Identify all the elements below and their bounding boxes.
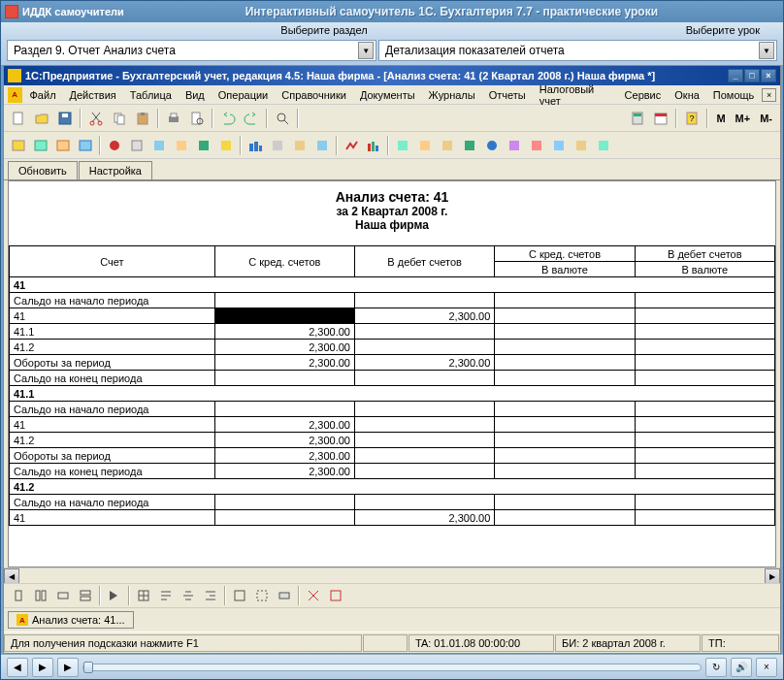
table-row[interactable]: Сальдо на начало периода	[10, 293, 775, 308]
tool-icon-25[interactable]	[571, 135, 592, 156]
table-row[interactable]: 41	[10, 277, 775, 293]
menu-operations[interactable]: Операции	[212, 87, 274, 103]
print-icon[interactable]	[163, 108, 184, 129]
table-row[interactable]: Сальдо на начало периода	[10, 402, 775, 417]
menu-reports[interactable]: Отчеты	[483, 87, 532, 103]
table-row[interactable]: 41.22,300.00	[10, 340, 775, 355]
tool-icon-1[interactable]	[8, 135, 29, 156]
paste-icon[interactable]	[132, 108, 153, 129]
tool-icon-6[interactable]	[126, 135, 147, 156]
menu-documents[interactable]: Документы	[354, 87, 421, 103]
t3-icon-7[interactable]	[178, 585, 199, 606]
menu-file[interactable]: Файл	[24, 87, 62, 103]
tool-icon-10[interactable]	[215, 135, 237, 156]
tool-icon-23[interactable]	[526, 135, 547, 156]
tool-icon-5[interactable]	[104, 135, 125, 156]
t3-icon-6[interactable]	[155, 585, 177, 606]
memory-mminus[interactable]: M-	[756, 113, 776, 124]
tool-icon-12[interactable]	[267, 135, 288, 156]
tool-icon-24[interactable]	[548, 135, 570, 156]
copy-icon[interactable]	[109, 108, 130, 129]
tool-icon-20[interactable]	[459, 135, 480, 156]
menu-references[interactable]: Справочники	[276, 87, 352, 103]
table-row[interactable]: Обороты за период2,300.00	[10, 448, 775, 464]
mdi-close-button[interactable]: ×	[762, 88, 776, 102]
report-table[interactable]: Счет С кред. счетов В дебет счетов С кре…	[9, 245, 775, 526]
tool-icon-14[interactable]	[311, 135, 333, 156]
chevron-down-icon[interactable]: ▼	[358, 42, 374, 59]
table-row[interactable]: Сальдо на начало периода	[10, 495, 775, 510]
help-icon[interactable]: ?	[681, 108, 702, 129]
section-dropdown[interactable]: Раздел 9. Отчет Анализ счета ▼	[7, 40, 376, 61]
t3-icon-4[interactable]	[75, 585, 96, 606]
chevron-down-icon[interactable]: ▼	[759, 42, 774, 59]
memory-mplus[interactable]: M+	[732, 113, 755, 124]
tool-icon-7[interactable]	[148, 135, 170, 156]
menu-journals[interactable]: Журналы	[423, 87, 481, 103]
lesson-dropdown[interactable]: Детализация показателей отчета ▼	[378, 40, 777, 61]
table-row[interactable]: Сальдо на конец периода2,300.00	[10, 464, 775, 479]
player-progress[interactable]	[82, 664, 702, 671]
tab-refresh[interactable]: Обновить	[8, 161, 78, 179]
player-close-button[interactable]: ×	[756, 658, 777, 677]
tool-icon-21[interactable]	[481, 135, 503, 156]
player-next-button[interactable]: ▶	[57, 658, 79, 677]
table-row[interactable]: 412,300.00	[10, 417, 775, 433]
tool-icon-15[interactable]	[341, 135, 362, 156]
progress-thumb[interactable]	[83, 662, 93, 673]
table-row[interactable]: 41.12,300.00	[10, 324, 775, 340]
player-play-button[interactable]: ▶	[32, 658, 53, 677]
table-row[interactable]: 41.2	[10, 479, 775, 495]
t3-arrow-icon[interactable]	[104, 585, 125, 606]
maximize-button[interactable]: □	[744, 69, 760, 82]
scroll-right-icon[interactable]: ▶	[765, 568, 780, 584]
table-row[interactable]: Сальдо на конец периода	[10, 371, 775, 386]
menu-windows[interactable]: Окна	[669, 87, 705, 103]
tool-icon-4[interactable]	[75, 135, 96, 156]
tool-icon-17[interactable]	[392, 135, 413, 156]
find-icon[interactable]	[272, 108, 293, 129]
1c-menu-icon[interactable]: А	[8, 87, 22, 103]
tool-icon-9[interactable]	[193, 135, 214, 156]
t3-icon-9[interactable]	[229, 585, 250, 606]
table-row[interactable]: 41.22,300.00	[10, 433, 775, 448]
t3-icon-1[interactable]	[8, 585, 29, 606]
tool-icon-16[interactable]	[363, 135, 384, 156]
horizontal-scrollbar[interactable]: ◀ ▶	[4, 567, 780, 583]
redo-icon[interactable]	[241, 108, 262, 129]
close-button[interactable]: ×	[761, 69, 776, 82]
scroll-left-icon[interactable]: ◀	[4, 568, 19, 584]
preview-icon[interactable]	[186, 108, 208, 129]
menu-help[interactable]: Помощь	[707, 87, 761, 103]
tool-icon-26[interactable]	[593, 135, 614, 156]
open-icon[interactable]	[31, 108, 52, 129]
table-row[interactable]: Обороты за период2,300.002,300.00	[10, 355, 775, 371]
tool-icon-2[interactable]	[30, 135, 51, 156]
table-row[interactable]: 41.1	[10, 386, 775, 402]
tool-icon-22[interactable]	[504, 135, 525, 156]
calendar-icon[interactable]	[650, 108, 671, 129]
tool-icon-19[interactable]	[437, 135, 458, 156]
table-row[interactable]: 412,300.00	[10, 510, 775, 526]
t3-icon-10[interactable]	[251, 585, 273, 606]
player-repeat-button[interactable]: ↻	[705, 658, 727, 677]
menu-table[interactable]: Таблица	[124, 87, 178, 103]
tool-icon-11[interactable]	[245, 135, 266, 156]
new-icon[interactable]	[8, 108, 29, 129]
tab-settings[interactable]: Настройка	[79, 161, 152, 179]
calc-icon[interactable]	[627, 108, 648, 129]
undo-icon[interactable]	[217, 108, 239, 129]
t3-icon-13[interactable]	[325, 585, 346, 606]
doctab-analysis[interactable]: А Анализ счета: 41...	[8, 611, 134, 629]
t3-icon-3[interactable]	[52, 585, 74, 606]
cut-icon[interactable]	[85, 108, 107, 129]
player-prev-button[interactable]: ◀	[7, 658, 28, 677]
t3-icon-12[interactable]	[303, 585, 324, 606]
t3-icon-11[interactable]	[274, 585, 295, 606]
t3-icon-5[interactable]	[133, 585, 154, 606]
minimize-button[interactable]: _	[728, 69, 743, 82]
tool-icon-8[interactable]	[171, 135, 192, 156]
menu-view[interactable]: Вид	[180, 87, 211, 103]
player-sound-button[interactable]: 🔊	[731, 658, 752, 677]
menu-service[interactable]: Сервис	[619, 87, 668, 103]
